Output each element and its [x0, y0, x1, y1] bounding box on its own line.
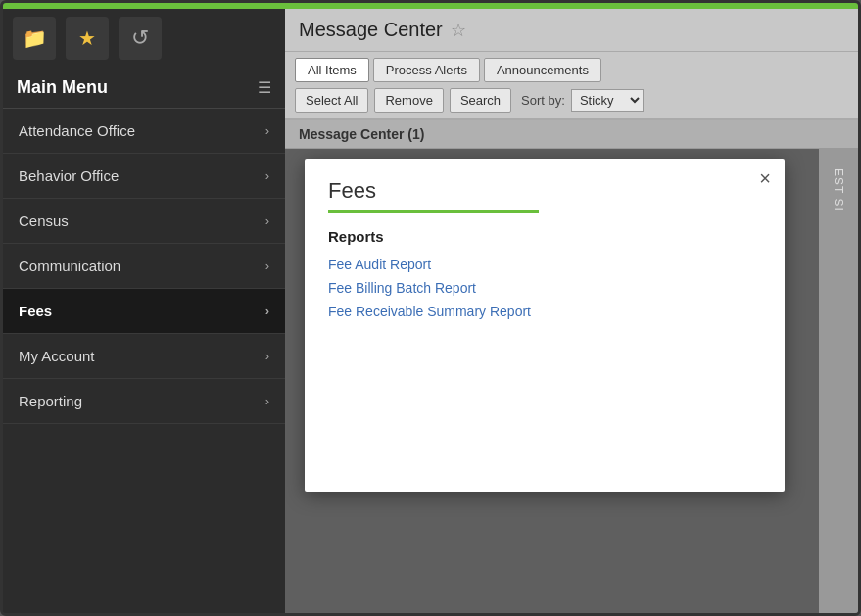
sidebar-nav: Attendance Office › Behavior Office › Ce… — [3, 109, 285, 613]
sidebar-item-label: Communication — [19, 258, 120, 274]
modal-title-underline — [328, 210, 539, 213]
folder-icon: 📁 — [23, 26, 47, 50]
sidebar-item-label: My Account — [19, 348, 95, 364]
sidebar: 📁 ★ ↺ Main Menu ☰ Attendance Office › — [3, 9, 285, 613]
sidebar-item-fees[interactable]: Fees › — [3, 289, 285, 334]
modal-section-title: Reports — [328, 228, 761, 245]
message-center-bar: Message Center (1) — [285, 120, 858, 149]
modal-overlay: × Fees Reports Fee Audit Report Fee Bill… — [285, 149, 858, 613]
content-body: × Fees Reports Fee Audit Report Fee Bill… — [285, 149, 858, 613]
sidebar-item-census[interactable]: Census › — [3, 199, 285, 244]
favorite-star-icon[interactable]: ☆ — [451, 20, 466, 41]
sort-label: Sort by: — [521, 93, 565, 108]
sidebar-item-label: Behavior Office — [19, 167, 119, 184]
content-header: Message Center ☆ — [285, 9, 858, 52]
sidebar-item-label: Census — [19, 213, 69, 229]
remove-button[interactable]: Remove — [374, 88, 443, 113]
history-icon-button[interactable]: ↺ — [119, 17, 162, 60]
toolbar-bar: Select All Remove Search Sort by: Sticky… — [285, 82, 858, 120]
sidebar-item-communication[interactable]: Communication › — [3, 244, 285, 289]
main-layout: 📁 ★ ↺ Main Menu ☰ Attendance Office › — [3, 9, 858, 613]
search-button[interactable]: Search — [450, 88, 511, 113]
sidebar-item-my-account[interactable]: My Account › — [3, 334, 285, 379]
modal-title: Fees — [328, 178, 761, 204]
sidebar-title: Main Menu — [17, 77, 108, 98]
right-edge-text: EST SI — [832, 168, 845, 212]
message-center-count-label: Message Center (1) — [299, 126, 424, 142]
sidebar-item-label: Fees — [19, 303, 52, 319]
sidebar-header: Main Menu ☰ — [3, 68, 285, 109]
fee-billing-batch-report-link[interactable]: Fee Billing Batch Report — [328, 280, 761, 296]
modal-close-button[interactable]: × — [759, 168, 771, 188]
tab-process-alerts[interactable]: Process Alerts — [373, 58, 480, 82]
chevron-right-icon: › — [265, 213, 269, 228]
folder-icon-button[interactable]: 📁 — [13, 17, 56, 60]
sidebar-item-behavior-office[interactable]: Behavior Office › — [3, 154, 285, 199]
sidebar-item-reporting[interactable]: Reporting › — [3, 379, 285, 424]
tab-announcements[interactable]: Announcements — [484, 58, 601, 82]
sidebar-toolbar: 📁 ★ ↺ — [3, 9, 285, 68]
select-all-button[interactable]: Select All — [295, 88, 368, 113]
chevron-right-icon: › — [265, 168, 269, 183]
fee-receivable-summary-report-link[interactable]: Fee Receivable Summary Report — [328, 304, 761, 319]
sort-select[interactable]: Sticky Date Subject — [571, 89, 644, 112]
history-icon: ↺ — [131, 25, 149, 51]
sidebar-item-attendance-office[interactable]: Attendance Office › — [3, 109, 285, 154]
star-icon: ★ — [78, 26, 96, 50]
app-container: 📁 ★ ↺ Main Menu ☰ Attendance Office › — [0, 0, 861, 616]
chevron-right-icon: › — [265, 349, 269, 363]
sidebar-item-label: Attendance Office — [19, 122, 135, 139]
chevron-right-icon: › — [265, 123, 269, 138]
content-area: Message Center ☆ All Items Process Alert… — [285, 9, 858, 613]
chevron-right-icon: › — [265, 304, 269, 318]
menu-lines-icon: ☰ — [258, 78, 271, 97]
chevron-right-icon: › — [265, 259, 269, 273]
right-edge-panel: EST SI — [819, 149, 858, 613]
sidebar-item-label: Reporting — [19, 393, 82, 409]
tab-all-items[interactable]: All Items — [295, 58, 369, 82]
page-title: Message Center — [299, 19, 443, 41]
tab-bar: All Items Process Alerts Announcements — [285, 52, 858, 82]
chevron-right-icon: › — [265, 394, 269, 408]
fees-modal: × Fees Reports Fee Audit Report Fee Bill… — [305, 159, 785, 492]
fee-audit-report-link[interactable]: Fee Audit Report — [328, 257, 761, 272]
star-icon-button[interactable]: ★ — [66, 17, 109, 60]
